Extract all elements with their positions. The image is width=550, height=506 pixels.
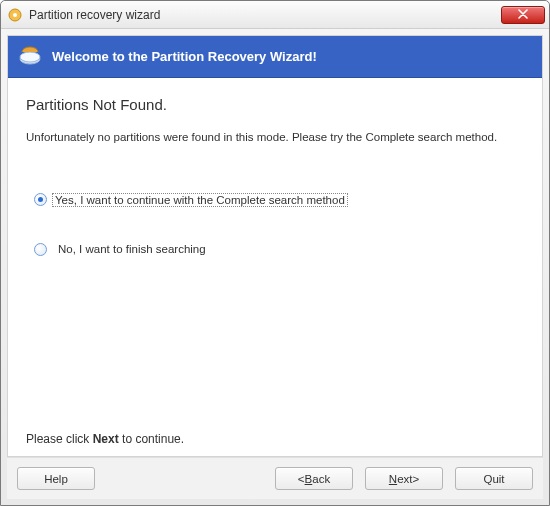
option-label: No, I want to finish searching — [55, 242, 209, 256]
button-label: B — [305, 473, 313, 485]
page-body: Unfortunately no partitions were found i… — [26, 131, 524, 143]
hint-text: to continue. — [119, 432, 184, 446]
svg-point-1 — [13, 13, 17, 17]
titlebar: Partition recovery wizard — [1, 1, 549, 29]
wizard-header-title: Welcome to the Partition Recovery Wizard… — [52, 49, 317, 64]
close-button[interactable] — [501, 6, 545, 24]
next-button[interactable]: Next> — [365, 467, 443, 490]
back-button[interactable]: <Back — [275, 467, 353, 490]
button-label: ext> — [397, 473, 419, 485]
client-area: Welcome to the Partition Recovery Wizard… — [1, 29, 549, 505]
button-label: < — [298, 473, 305, 485]
wizard-panel: Welcome to the Partition Recovery Wizard… — [7, 35, 543, 457]
footer-hint: Please click Next to continue. — [26, 432, 184, 446]
option-continue-complete-search[interactable]: Yes, I want to continue with the Complet… — [34, 193, 524, 206]
option-finish-searching[interactable]: No, I want to finish searching — [34, 242, 524, 256]
button-bar: Help <Back Next> Quit — [7, 457, 543, 499]
hint-text: Please click — [26, 432, 93, 446]
window-title: Partition recovery wizard — [29, 8, 501, 22]
wizard-window: Partition recovery wizard Welcome to the… — [0, 0, 550, 506]
close-icon — [518, 8, 528, 22]
app-icon — [7, 7, 23, 23]
svg-point-3 — [20, 52, 40, 62]
radio-icon — [34, 243, 47, 256]
button-label: N — [389, 473, 397, 485]
page-heading: Partitions Not Found. — [26, 96, 524, 113]
wizard-header: Welcome to the Partition Recovery Wizard… — [8, 36, 542, 78]
button-label: Quit — [483, 473, 504, 485]
quit-button[interactable]: Quit — [455, 467, 533, 490]
disk-icon — [18, 45, 42, 69]
help-button[interactable]: Help — [17, 467, 95, 490]
options-group: Yes, I want to continue with the Complet… — [26, 193, 524, 256]
wizard-content: Partitions Not Found. Unfortunately no p… — [8, 78, 542, 456]
option-label: Yes, I want to continue with the Complet… — [52, 193, 348, 207]
button-label: ack — [312, 473, 330, 485]
radio-icon — [34, 193, 47, 206]
button-label: Help — [44, 473, 68, 485]
hint-bold: Next — [93, 432, 119, 446]
